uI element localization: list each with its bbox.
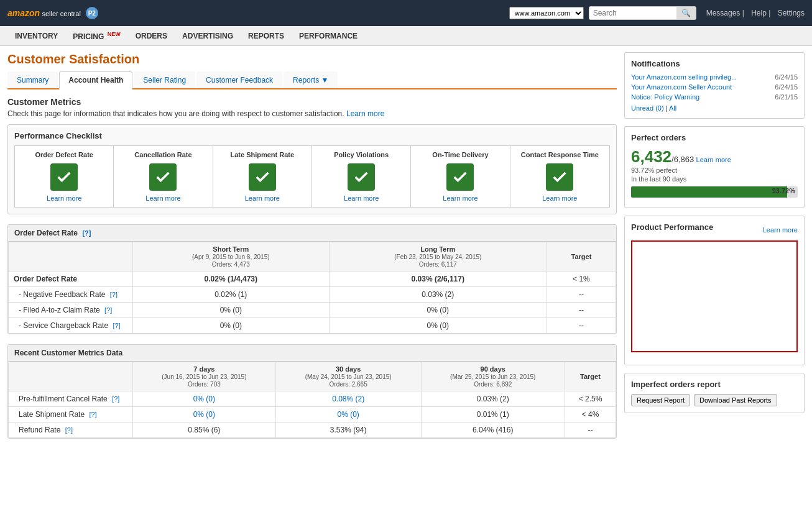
- main-navigation: INVENTORY PRICING NEW ORDERS ADVERTISING…: [0, 26, 812, 46]
- refund-help[interactable]: [?]: [65, 426, 73, 434]
- country-selector[interactable]: www.amazon.com: [509, 7, 584, 19]
- product-performance-box: Product Performance Learn more: [624, 216, 805, 365]
- prefulfill-7d-link[interactable]: 0% (0): [193, 395, 215, 403]
- table-row: - Filed A-to-z Claim Rate [?] 0% (0) 0% …: [9, 303, 616, 318]
- target-header: Target: [547, 242, 616, 272]
- checklist-col-ontime: On-Time Delivery Learn more: [411, 146, 510, 207]
- help-link[interactable]: Help: [751, 9, 767, 17]
- notif-link-2[interactable]: Your Amazon.com Seller Account: [631, 83, 770, 91]
- short-term-header: Short Term (Apr 9, 2015 to Jun 8, 2015) …: [133, 242, 330, 272]
- notif-unread-link[interactable]: Unread (0): [631, 104, 664, 112]
- table-row: Order Defect Rate 0.02% (1/4,473) 0.03% …: [9, 272, 616, 287]
- section-desc: Check this page for information that ind…: [7, 109, 617, 118]
- order-defect-help[interactable]: [?]: [82, 229, 91, 237]
- chargeback-help[interactable]: [?]: [113, 322, 120, 329]
- perfect-orders-count: 6,432: [631, 147, 671, 166]
- check-cancellation: [149, 163, 177, 191]
- request-report-button[interactable]: Request Report: [631, 394, 690, 406]
- nav-orders[interactable]: ORDERS: [128, 27, 175, 45]
- tab-seller-rating[interactable]: Seller Rating: [134, 71, 195, 88]
- main-content: Customer Satisfaction Summary Account He…: [7, 52, 617, 449]
- nav-pricing[interactable]: PRICING NEW: [65, 26, 127, 46]
- lateshipment-help[interactable]: [?]: [89, 411, 96, 418]
- search-box: 🔍: [589, 6, 696, 20]
- perfect-orders-count-row: 6,432/6,863 Learn more: [631, 147, 798, 167]
- lateshipment-30d-link[interactable]: 0% (0): [337, 410, 359, 419]
- recent-metrics-header: Recent Customer Metrics Data: [8, 345, 616, 362]
- prefulfill-30d-link[interactable]: 0.08% (2): [332, 395, 364, 403]
- tab-summary[interactable]: Summary: [7, 71, 58, 88]
- long-term-header: Long Term (Feb 23, 2015 to May 24, 2015)…: [329, 242, 547, 272]
- search-input[interactable]: [589, 7, 676, 19]
- recent-metrics-section: Recent Customer Metrics Data 7 days (Jun…: [7, 344, 617, 439]
- perfect-orders-in-last: In the last 90 days: [631, 175, 798, 183]
- product-performance-title: Product Performance: [631, 222, 713, 232]
- checklist-col-cancellation: Cancellation Rate Learn more: [114, 146, 213, 207]
- neg-feedback-help[interactable]: [?]: [110, 291, 118, 298]
- page-layout: Customer Satisfaction Summary Account He…: [0, 46, 812, 455]
- imperfect-orders-box: Imperfect orders report Request Report D…: [624, 373, 805, 413]
- nav-advertising[interactable]: ADVERTISING: [175, 27, 241, 45]
- progress-bar: 93.72%: [631, 186, 798, 198]
- section-learn-more[interactable]: Learn more: [346, 109, 384, 118]
- atoz-help[interactable]: [?]: [104, 306, 112, 314]
- tab-account-health[interactable]: Account Health: [59, 71, 132, 89]
- notif-bottom: Unread (0) | All: [631, 104, 798, 112]
- search-button[interactable]: 🔍: [676, 7, 696, 19]
- learn-more-contact[interactable]: Learn more: [513, 194, 607, 202]
- top-navigation: amazon seller central P2 www.amazon.com …: [0, 0, 812, 26]
- learn-more-cancellation[interactable]: Learn more: [116, 194, 210, 202]
- report-buttons: Request Report Download Past Reports: [631, 394, 798, 406]
- notif-all-link[interactable]: All: [669, 104, 676, 112]
- product-performance-learn-more[interactable]: Learn more: [763, 226, 798, 234]
- nav-performance[interactable]: PERFORMANCE: [292, 27, 365, 45]
- progress-bar-label: 93.72%: [772, 187, 795, 194]
- product-performance-chart: [631, 240, 798, 352]
- learn-more-late-shipment[interactable]: Learn more: [216, 194, 309, 202]
- table-row: - Negative Feedback Rate [?] 0.02% (1) 0…: [9, 287, 616, 303]
- top-links: Messages | Help | Settings: [701, 9, 805, 17]
- check-policy: [348, 163, 375, 191]
- perfect-orders-total: /6,863: [671, 155, 694, 164]
- settings-link[interactable]: Settings: [778, 9, 805, 17]
- learn-more-policy[interactable]: Learn more: [315, 194, 408, 202]
- prefulfill-help[interactable]: [?]: [112, 395, 119, 403]
- notif-row-2: Your Amazon.com Seller Account 6/24/15: [631, 83, 798, 91]
- logo-area: amazon seller central P2: [7, 7, 98, 19]
- checklist-grid: Order Defect Rate Learn more Cancellatio…: [14, 145, 610, 208]
- learn-more-order-defect[interactable]: Learn more: [17, 194, 111, 202]
- nav-inventory[interactable]: INVENTORY: [7, 27, 65, 45]
- target-header: Target: [565, 362, 616, 391]
- messages-link[interactable]: Messages: [706, 9, 740, 17]
- perfect-orders-box: Perfect orders 6,432/6,863 Learn more 93…: [624, 126, 805, 208]
- amazon-logo: amazon seller central: [7, 8, 81, 18]
- tab-customer-feedback[interactable]: Customer Feedback: [196, 71, 282, 88]
- tab-reports[interactable]: Reports ▼: [284, 71, 338, 88]
- order-defect-section: Order Defect Rate [?] Short Term (Apr 9,…: [7, 224, 617, 334]
- imperfect-orders-title: Imperfect orders report: [631, 380, 798, 389]
- checklist-col-order-defect: Order Defect Rate Learn more: [15, 146, 114, 207]
- lateshipment-7d-link[interactable]: 0% (0): [193, 410, 215, 419]
- notif-link-1[interactable]: Your Amazon.com selling privileg...: [631, 73, 770, 81]
- order-defect-table: Short Term (Apr 9, 2015 to Jun 8, 2015) …: [8, 242, 616, 334]
- perfect-orders-title: Perfect orders: [631, 133, 798, 142]
- download-past-reports-button[interactable]: Download Past Reports: [694, 394, 777, 406]
- checklist-col-late-shipment: Late Shipment Rate Learn more: [213, 146, 312, 207]
- page-title: Customer Satisfaction: [7, 52, 617, 66]
- notif-link-3[interactable]: Notice: Policy Warning: [631, 93, 770, 101]
- top-right-controls: www.amazon.com 🔍 Messages | Help | Setti…: [509, 6, 805, 20]
- notif-date-3: 6/21/15: [775, 93, 798, 101]
- check-order-defect: [50, 163, 78, 191]
- col-7-header: 7 days (Jun 16, 2015 to Jun 23, 2015) Or…: [133, 362, 276, 391]
- check-ontime: [446, 163, 474, 191]
- check-late-shipment: [249, 163, 276, 191]
- notif-date-2: 6/24/15: [775, 83, 798, 91]
- order-defect-header: Order Defect Rate [?]: [8, 225, 616, 242]
- table-row: Late Shipment Rate [?] 0% (0) 0% (0) 0.0…: [9, 407, 616, 422]
- recent-metrics-table: 7 days (Jun 16, 2015 to Jun 23, 2015) Or…: [8, 362, 616, 438]
- perfect-orders-learn-more[interactable]: Learn more: [696, 156, 731, 163]
- col-30-header: 30 days (May 24, 2015 to Jun 23, 2015) O…: [275, 362, 421, 391]
- performance-checklist: Performance Checklist Order Defect Rate …: [7, 124, 617, 214]
- nav-reports[interactable]: REPORTS: [241, 27, 292, 45]
- learn-more-ontime[interactable]: Learn more: [413, 194, 507, 202]
